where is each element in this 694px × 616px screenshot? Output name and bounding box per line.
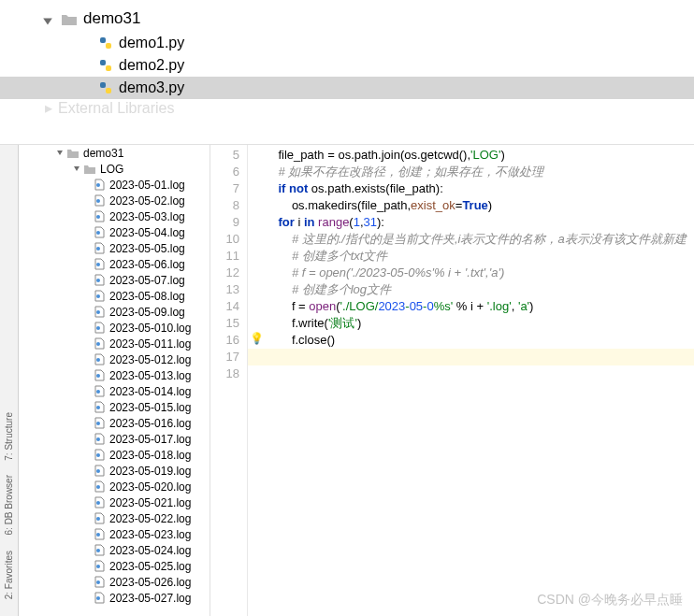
code-editor[interactable]: 56789101112131415161718 file_path = os.p… (210, 145, 694, 616)
svg-point-24 (96, 469, 100, 473)
tree-file[interactable]: 2023-05-010.log (19, 320, 210, 336)
tree-file[interactable]: 2023-05-027.log (19, 590, 210, 606)
file-icon (94, 306, 106, 318)
svg-point-11 (96, 263, 100, 266)
external-libraries[interactable]: ▸ External Libraries (0, 99, 694, 117)
tree-folder-log[interactable]: LOG (19, 161, 210, 177)
svg-rect-2 (100, 60, 106, 65)
file-icon (94, 179, 106, 191)
file-icon (94, 449, 106, 461)
svg-point-26 (96, 501, 100, 505)
side-tab[interactable]: 6: DB Browser (4, 475, 14, 535)
side-tab[interactable]: 2: Favorites (4, 551, 14, 599)
svg-point-22 (96, 437, 100, 441)
file-label: 2023-05-09.log (109, 306, 185, 319)
svg-rect-0 (100, 37, 106, 43)
tree-file[interactable]: 2023-05-023.log (19, 526, 210, 542)
file-label: 2023-05-022.log (109, 512, 191, 525)
svg-rect-5 (106, 88, 111, 93)
file-icon (94, 258, 106, 270)
project-tree-left[interactable]: demo31 LOG 2023-05-01.log2023-05-02.log2… (19, 145, 210, 616)
file-label: 2023-05-021.log (109, 496, 191, 509)
project-folder[interactable]: demo31 (0, 7, 694, 32)
tree-file[interactable]: 2023-05-09.log (19, 304, 210, 320)
tree-file[interactable]: 2023-05-08.log (19, 288, 210, 304)
file-icon (94, 592, 106, 604)
file-label: demo2.py (119, 57, 184, 74)
file-label: 2023-05-07.log (109, 274, 185, 287)
svg-rect-3 (106, 65, 111, 71)
file-icon (94, 576, 106, 588)
file-label: 2023-05-016.log (109, 417, 191, 430)
file-icon (94, 417, 106, 429)
tree-file[interactable]: 2023-05-05.log (19, 240, 210, 256)
chevron-down-icon (56, 147, 64, 160)
file-label: 2023-05-010.log (109, 322, 191, 335)
file-label: 2023-05-01.log (109, 179, 185, 192)
tree-file[interactable]: 2023-05-016.log (19, 415, 210, 431)
tree-file[interactable]: 2023-05-06.log (19, 256, 210, 272)
file-label: 2023-05-015.log (109, 401, 191, 414)
file-label: 2023-05-020.log (109, 480, 191, 494)
tree-folder-root[interactable]: demo31 (19, 145, 210, 161)
tree-file[interactable]: 2023-05-021.log (19, 494, 210, 510)
file-icon (94, 242, 106, 254)
file-label: 2023-05-026.log (109, 576, 191, 589)
file-label: 2023-05-011.log (109, 337, 191, 351)
tree-file[interactable]: 2023-05-026.log (19, 574, 210, 590)
tree-file[interactable]: 2023-05-018.log (19, 447, 210, 463)
file-icon (94, 210, 106, 222)
file-icon (94, 480, 106, 493)
svg-point-17 (96, 358, 100, 362)
lightbulb-icon[interactable]: 💡 (250, 332, 264, 345)
svg-point-13 (96, 294, 100, 298)
tree-file[interactable]: 2023-05-020.log (19, 479, 210, 494)
svg-point-31 (96, 580, 100, 584)
svg-point-15 (96, 326, 100, 330)
python-file-icon (98, 80, 113, 95)
file-label: 2023-05-06.log (109, 258, 185, 271)
svg-point-8 (96, 215, 100, 219)
project-tree-top: demo31 demo1.pydemo2.pydemo3.py ▸ Extern… (0, 0, 694, 145)
file-icon (94, 322, 106, 334)
tree-file[interactable]: 2023-05-04.log (19, 224, 210, 240)
tree-file[interactable]: 2023-05-03.log (19, 208, 210, 224)
file-label: 2023-05-05.log (109, 242, 185, 255)
tree-file[interactable]: 2023-05-01.log (19, 177, 210, 193)
tree-file[interactable]: 2023-05-024.log (19, 542, 210, 558)
tree-file[interactable]: 2023-05-013.log (19, 367, 210, 383)
file-label: 2023-05-04.log (109, 226, 185, 239)
code-text[interactable]: file_path = os.path.join(os.getcwd(),'LO… (248, 145, 694, 616)
tree-file[interactable]: 2023-05-022.log (19, 510, 210, 526)
folder-label: demo31 (83, 9, 140, 28)
svg-point-29 (96, 549, 100, 552)
tree-file[interactable]: 2023-05-019.log (19, 463, 210, 479)
project-file[interactable]: demo1.py (0, 32, 694, 54)
file-label: 2023-05-018.log (109, 449, 191, 462)
tree-file[interactable]: 2023-05-017.log (19, 431, 210, 447)
tree-file[interactable]: 2023-05-025.log (19, 558, 210, 574)
file-icon (94, 433, 106, 445)
file-icon (94, 274, 106, 286)
folder-label: LOG (100, 163, 123, 176)
tree-file[interactable]: 2023-05-015.log (19, 399, 210, 415)
project-file[interactable]: demo2.py (0, 54, 694, 77)
svg-point-10 (96, 247, 100, 251)
file-label: 2023-05-019.log (109, 465, 191, 478)
tree-file[interactable]: 2023-05-012.log (19, 351, 210, 367)
file-icon (94, 401, 106, 413)
file-icon (94, 194, 106, 207)
file-icon (94, 369, 106, 381)
tree-file[interactable]: 2023-05-014.log (19, 383, 210, 399)
svg-point-23 (96, 453, 100, 457)
project-file[interactable]: demo3.py (0, 77, 694, 99)
file-label: 2023-05-027.log (109, 592, 191, 605)
file-icon (94, 385, 106, 397)
side-tab[interactable]: 7: Structure (4, 412, 14, 461)
svg-point-27 (96, 517, 100, 521)
tree-file[interactable]: 2023-05-011.log (19, 336, 210, 351)
tree-file[interactable]: 2023-05-07.log (19, 272, 210, 288)
tree-file[interactable]: 2023-05-02.log (19, 193, 210, 208)
svg-point-32 (96, 596, 100, 600)
side-tabs: 7: Structure6: DB Browser2: Favorites (0, 145, 19, 616)
